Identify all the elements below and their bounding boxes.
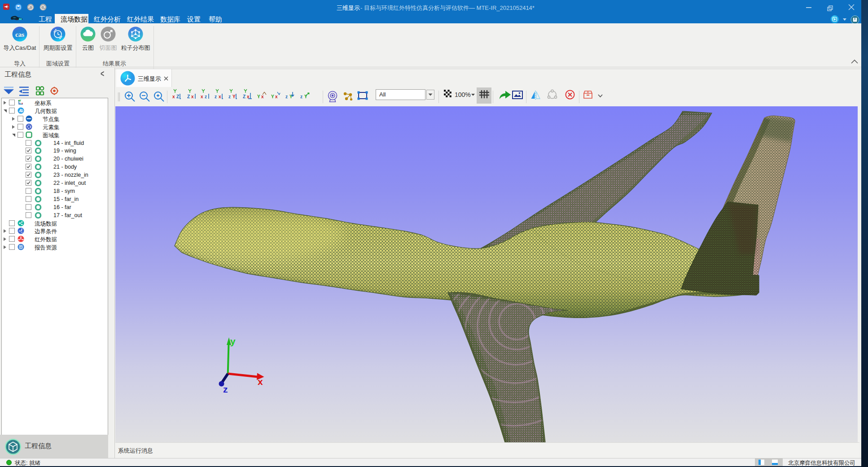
svg-text:z: z: [300, 94, 302, 99]
svg-text:z: z: [228, 94, 231, 99]
svg-text:z: z: [215, 94, 217, 99]
svg-text:Z: Z: [187, 94, 190, 99]
svg-text:z: z: [223, 384, 228, 394]
svg-text:Z: Z: [176, 94, 179, 99]
svg-text:z: z: [285, 94, 288, 99]
svg-text:cas: cas: [15, 31, 24, 38]
svg-text:z: z: [205, 94, 207, 99]
svg-text:z: z: [19, 102, 21, 105]
svg-text:All: All: [379, 91, 386, 98]
svg-text:y: y: [230, 336, 236, 346]
svg-text:Y: Y: [289, 94, 293, 99]
svg-text:x: x: [275, 94, 278, 99]
svg-text:x: x: [258, 376, 263, 387]
svg-text:100%: 100%: [455, 91, 471, 98]
svg-text:Y: Y: [257, 94, 260, 99]
svg-text:Z: Z: [243, 94, 245, 99]
svg-text:x: x: [22, 102, 23, 105]
svg-text:x: x: [261, 94, 264, 99]
svg-text:Y: Y: [271, 94, 274, 99]
svg-text:x: x: [201, 94, 203, 99]
svg-text:Y: Y: [232, 94, 236, 99]
svg-text:x: x: [172, 94, 175, 99]
svg-text:x: x: [219, 94, 221, 99]
svg-text:x: x: [191, 94, 194, 99]
